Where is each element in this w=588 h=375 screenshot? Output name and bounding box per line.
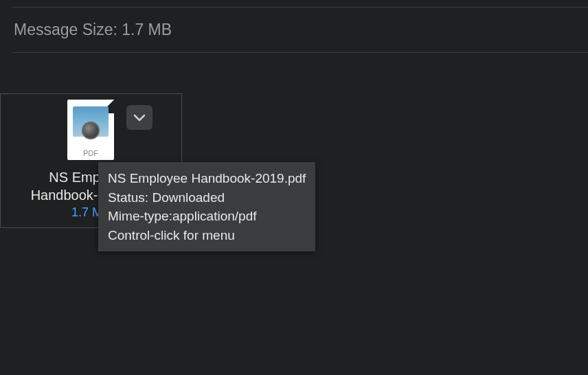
chevron-down-icon (133, 113, 146, 122)
pdf-file-icon: PDF (67, 100, 114, 160)
tooltip-mimetype: Mime-type:application/pdf (108, 207, 306, 226)
message-size-label: Message Size: 1.7 MB (14, 21, 172, 39)
attachment-menu-button[interactable] (126, 105, 152, 130)
attachment-tooltip: NS Employee Handbook-2019.pdf Status: Do… (98, 162, 315, 251)
divider (12, 52, 588, 53)
tooltip-filename: NS Employee Handbook-2019.pdf (108, 169, 306, 188)
divider (12, 7, 588, 8)
tooltip-status: Status: Downloaded (108, 188, 306, 207)
tooltip-hint: Control-click for menu (108, 226, 306, 245)
pdf-badge-label: PDF (67, 149, 114, 157)
